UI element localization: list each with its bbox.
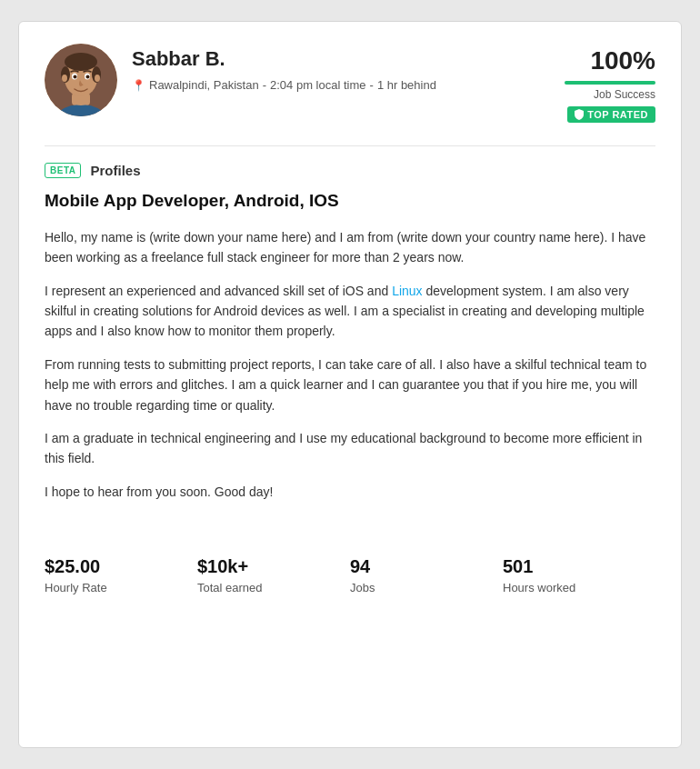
top-rated-badge: TOP RATED — [567, 106, 655, 123]
job-success-percentage: 100% — [565, 47, 655, 75]
svg-point-3 — [65, 53, 97, 71]
profile-left: Sabbar B. 📍 Rawalpindi, Pakistan - 2:04 … — [45, 44, 436, 116]
location-icon: 📍 — [132, 79, 145, 92]
profile-info: Sabbar B. 📍 Rawalpindi, Pakistan - 2:04 … — [132, 44, 436, 92]
svg-point-8 — [74, 75, 77, 79]
bio-para-4: I am a graduate in technical engineering… — [45, 428, 655, 469]
stat-hourly-rate-label: Hourly Rate — [45, 581, 197, 594]
profile-card: Sabbar B. 📍 Rawalpindi, Pakistan - 2:04 … — [18, 21, 682, 748]
stat-total-earned: $10k+ Total earned — [197, 556, 350, 594]
footer-stats: $25.00 Hourly Rate $10k+ Total earned 94… — [45, 538, 655, 594]
profile-stats: 100% Job Success TOP RATED — [565, 44, 655, 124]
svg-point-9 — [86, 75, 90, 79]
time-behind: 1 hr behind — [377, 78, 436, 92]
bio-para-3: From running tests to submitting project… — [45, 355, 655, 415]
stat-hourly-rate-value: $25.00 — [45, 556, 197, 577]
stat-jobs: 94 Jobs — [350, 556, 503, 594]
stat-jobs-label: Jobs — [350, 581, 503, 594]
stat-hours-worked-value: 501 — [503, 556, 655, 577]
svg-point-10 — [62, 75, 67, 82]
header-divider — [45, 145, 655, 146]
location-separator: - — [263, 78, 266, 92]
profiles-label: Profiles — [90, 163, 140, 178]
beta-badge: BETA — [45, 163, 81, 178]
svg-point-11 — [95, 75, 100, 82]
stat-total-earned-label: Total earned — [197, 581, 350, 594]
profile-location: 📍 Rawalpindi, Pakistan - 2:04 pm local t… — [132, 78, 436, 92]
shield-icon — [575, 109, 584, 120]
progress-bar-fill — [565, 81, 655, 85]
time-separator: - — [370, 78, 374, 92]
top-rated-label: TOP RATED — [587, 109, 648, 120]
profiles-section: BETA Profiles — [45, 163, 655, 178]
stat-jobs-value: 94 — [350, 556, 503, 577]
bio-section: Hello, my name is (write down your name … — [45, 227, 655, 502]
job-success-label: Job Success — [565, 88, 655, 101]
profile-header: Sabbar B. 📍 Rawalpindi, Pakistan - 2:04 … — [45, 44, 655, 124]
bio-para-1: Hello, my name is (write down your name … — [45, 227, 655, 268]
progress-bar-container — [565, 81, 655, 85]
location-text: Rawalpindi, Pakistan — [149, 78, 259, 92]
stat-total-earned-value: $10k+ — [197, 556, 350, 577]
bio-para-5: I hope to hear from you soon. Good day! — [45, 482, 655, 502]
stat-hourly-rate: $25.00 Hourly Rate — [45, 556, 197, 594]
job-title: Mobile App Developer, Android, IOS — [45, 191, 655, 211]
avatar — [45, 44, 117, 116]
stat-hours-worked-label: Hours worked — [503, 581, 655, 594]
bio-para-2-prefix: I represent an experienced and advanced … — [45, 284, 392, 298]
stat-hours-worked: 501 Hours worked — [503, 556, 655, 594]
linux-link[interactable]: Linux — [392, 284, 422, 298]
local-time: 2:04 pm local time — [270, 78, 366, 92]
bio-para-2: I represent an experienced and advanced … — [45, 281, 655, 342]
profile-name: Sabbar B. — [132, 47, 436, 71]
